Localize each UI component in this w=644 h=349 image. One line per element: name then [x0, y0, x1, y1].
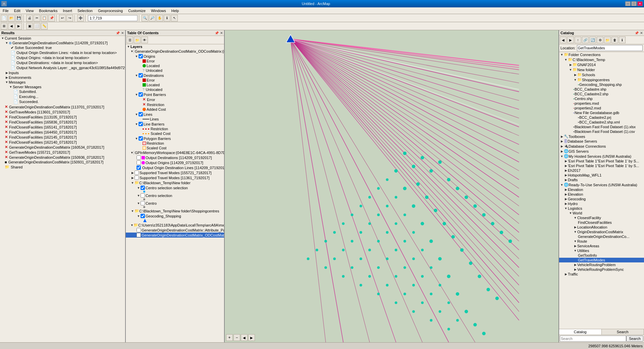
results-other-item[interactable]: ■GenerateOriginDestinationCostMatrix [15… [0, 160, 125, 164]
travel-modes-2-checkbox[interactable] [135, 176, 139, 180]
results-other-item[interactable]: ✕FindClosestFacilities [165836_07182017] [0, 119, 125, 124]
select-button[interactable]: ↖ [171, 15, 178, 21]
measure-button[interactable]: 📏 [41, 23, 48, 30]
vehicle-routing-sync-item[interactable]: ▶ VehicleRoutingProblemSync [559, 267, 644, 272]
expand-icon[interactable]: ▶ [560, 149, 564, 153]
expand-icon[interactable]: ▶ [564, 159, 568, 163]
add-data-button[interactable]: ➕ [77, 15, 84, 21]
menu-item-bookmarks[interactable]: Bookmarks [36, 8, 60, 13]
server-messages-item[interactable]: ▼ Server Messages [0, 85, 125, 89]
expand-icon[interactable]: ▼ [573, 216, 577, 220]
expand-icon[interactable]: ▶ [564, 192, 568, 196]
results-other-item[interactable]: ✕FindClosestFacilities [162140_07182017] [0, 140, 125, 145]
back-button[interactable]: ◀ [8, 23, 15, 30]
centro-sel-sel-checkbox[interactable] [141, 186, 145, 190]
polygon-barriers-group[interactable]: ▼ Polygon Barriers [126, 136, 224, 141]
zoom-in-button[interactable]: 🔍 [142, 15, 148, 21]
point-barriers-group[interactable]: ▼ Point Barriers [126, 92, 224, 97]
maximize-button[interactable]: □ [631, 1, 637, 6]
cut-button[interactable]: ✂ [34, 15, 40, 21]
output-orig-checkbox[interactable] [137, 160, 141, 165]
expand-icon[interactable]: ▶ [564, 173, 568, 177]
catalog-up-btn[interactable]: ↑ [575, 37, 581, 43]
point-barriers-checkbox[interactable] [139, 92, 143, 97]
expand-icon[interactable]: ▼ [564, 58, 568, 62]
menu-item-help[interactable]: Help [169, 8, 182, 13]
results-other-item[interactable]: ✕FindClosestFacilities [164450_07182017] [0, 130, 125, 135]
expand-icon[interactable]: ▼ [573, 230, 577, 234]
output-dest-checkbox[interactable] [137, 155, 141, 160]
expand-icon[interactable]: ▼ [135, 122, 139, 126]
expand-icon[interactable]: ▶ [560, 139, 564, 143]
catalog-delete-btn[interactable]: 🗑 [611, 37, 618, 43]
map-pan-left[interactable]: ◀ [241, 334, 248, 341]
messages-item[interactable]: ▼ Messages [0, 80, 125, 85]
output-od-checkbox[interactable] [137, 165, 141, 170]
traffic-item[interactable]: ▶ Traffic [559, 272, 644, 277]
gen-attr-param[interactable]: GenerateOriginDestinationCostMatrix::Att… [126, 228, 224, 233]
menu-item-view[interactable]: View [23, 8, 37, 13]
esri-pivot-1[interactable]: ▶ 'Esri Pivot Table 1''Esri Pivot Table … [559, 159, 644, 163]
logistics-item[interactable]: ▼ Logistics [559, 206, 644, 211]
geocoding-item[interactable]: ▶ Geocoding [559, 197, 644, 201]
results-other-item[interactable]: 📁Shared [0, 164, 125, 169]
bcc-cadastre2-file[interactable]: ▪ BCC_Cadastre2.shp [559, 92, 644, 96]
get-travel-modes-item[interactable]: GetTravelModes [559, 258, 644, 262]
expand-icon[interactable]: ▼ [573, 78, 577, 82]
catalog-forward-btn[interactable]: ▶ [567, 37, 574, 43]
results-other-item[interactable]: ✕GetTravelModes [113601_07192017] [0, 109, 125, 114]
od-matrix-item[interactable]: ▼ OriginDestinationCostMatrix [559, 230, 644, 234]
geocoding-shopping-checkbox[interactable] [141, 214, 145, 218]
expand-icon[interactable]: ▼ [9, 85, 13, 89]
eh2017-item[interactable]: ▶ Eh2017 [559, 168, 644, 173]
travel-modes-2[interactable]: ▶ Supported Travel Modes [11361_7192017] [126, 175, 224, 180]
results-pin-icon[interactable]: 📌 [116, 31, 120, 35]
toolboxes-item[interactable]: ▶ 🔧 Toolboxes [559, 134, 644, 139]
select-features-button[interactable]: ▣ [26, 23, 33, 30]
expand-icon[interactable]: ▶ [564, 197, 568, 201]
properties2-mxd-file[interactable]: ▪ properties2.mxd [559, 106, 644, 110]
environments-item[interactable]: ▶ Environments [0, 75, 125, 80]
expand-icon[interactable]: ▼ [5, 80, 9, 84]
esri-pivot-2[interactable]: ▶ 'Esri Pivot Table 1''Esri Pivot Table … [559, 163, 644, 168]
expand-icon[interactable]: ▼ [135, 54, 139, 58]
expand-icon[interactable]: ▼ [135, 93, 139, 97]
origins-group[interactable]: ▼ Origins [126, 54, 224, 59]
expand-icon[interactable]: ▼ [130, 223, 133, 227]
catalog-connect-btn[interactable]: 🔗 [582, 37, 589, 43]
expand-icon[interactable]: ▼ [1, 36, 5, 40]
polygon-barriers-checkbox[interactable] [139, 136, 143, 141]
destinations-checkbox[interactable] [139, 73, 143, 78]
elevation-1[interactable]: ▶ Elevation [559, 187, 644, 192]
menu-item-insert[interactable]: Insert [60, 8, 75, 13]
toc-vis-btn[interactable]: 👁 [141, 37, 148, 43]
expand-icon[interactable]: ▶ [5, 71, 9, 75]
shoppingcentres-folder[interactable]: ▼ 📁 Shoppingcentres [559, 77, 644, 82]
centro-sel-sel[interactable]: ▼ Centro selection selection [126, 185, 224, 190]
catalog-close-icon[interactable]: ✕ [640, 31, 643, 35]
expand-icon[interactable]: ▼ [569, 68, 573, 72]
undo-button[interactable]: ↩ [59, 15, 66, 21]
schools-folder[interactable]: ▶ 📁 Schools [559, 72, 644, 77]
clear-select-button[interactable]: ⬜ [34, 23, 40, 30]
current-session-item[interactable]: ▼ Current Session [0, 36, 125, 41]
expand-icon[interactable]: ▶ [564, 178, 568, 182]
catalog-search-input[interactable] [560, 336, 626, 342]
results-other-item[interactable]: ✕GenerateOriginDestinationCostMatrix [11… [0, 104, 125, 109]
catalog-back-btn[interactable]: ◀ [560, 37, 567, 43]
expand-icon[interactable]: ▼ [564, 206, 568, 210]
expand-icon[interactable]: ▼ [5, 41, 9, 45]
elevation-2[interactable]: ▶ Elevation [559, 192, 644, 197]
expand-icon[interactable]: ▼ [135, 137, 139, 141]
menu-item-edit[interactable]: Edit [11, 8, 23, 13]
save-button[interactable]: 💾 [15, 15, 22, 21]
expand-icon[interactable]: ▶ [569, 63, 573, 67]
db-connections-item[interactable]: ▶ 🔌 Database Connections [559, 144, 644, 149]
map-zoom-out[interactable]: − [233, 334, 240, 341]
get-tool-info-item[interactable]: GetToolInfo [559, 253, 644, 258]
menu-item-windows[interactable]: Windows [148, 8, 169, 13]
map-pan-right[interactable]: ▶ [248, 334, 255, 341]
paste-button[interactable]: 📌 [48, 15, 55, 21]
print-button[interactable]: 🖨 [26, 15, 33, 21]
expand-icon[interactable]: ▶ [573, 244, 577, 248]
